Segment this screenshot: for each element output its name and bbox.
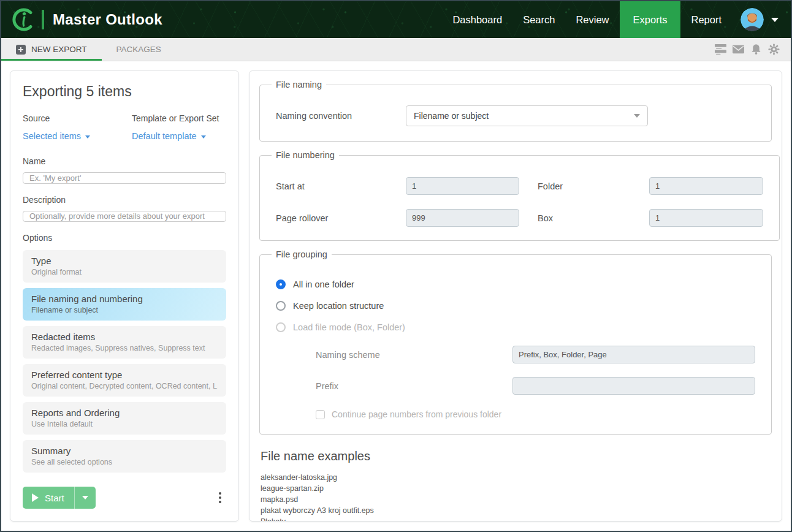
options-label: Options (23, 233, 226, 243)
option-file-naming[interactable]: File naming and numbering Filename or su… (23, 288, 226, 321)
start-at-label: Start at (276, 181, 406, 191)
plus-icon (16, 45, 26, 55)
nav-review[interactable]: Review (565, 1, 619, 38)
template-dropdown[interactable]: Default template (132, 131, 206, 141)
radio-icon (276, 322, 286, 332)
file-grouping-legend: File grouping (272, 249, 332, 259)
file-naming-fieldset: File naming Naming convention Filename o… (259, 80, 772, 142)
more-options-button[interactable] (214, 490, 226, 506)
naming-scheme-label: Naming scheme (316, 350, 512, 360)
radio-load-file-mode: Load file mode (Box, Folder) (276, 322, 755, 332)
mail-icon[interactable] (733, 44, 744, 55)
description-input[interactable] (23, 211, 226, 222)
example-file: plakat wyborczy A3 kroj outfit.eps (259, 505, 772, 516)
name-label: Name (23, 156, 226, 166)
example-file: Plakaty (259, 516, 772, 522)
start-button[interactable]: Start (23, 487, 96, 509)
prefix-input[interactable] (512, 377, 755, 395)
file-grouping-fieldset: File grouping All in one folder Keep loc… (259, 249, 772, 435)
app-title: Master Outlook (53, 11, 162, 28)
nav-report[interactable]: Report (680, 1, 732, 38)
nav-dashboard[interactable]: Dashboard (442, 1, 512, 38)
option-type[interactable]: Type Original format (23, 250, 226, 283)
page-rollover-input[interactable] (406, 209, 519, 227)
nav-search[interactable]: Search (512, 1, 565, 38)
page-title: Exporting 5 items (23, 83, 226, 100)
tab-new-export[interactable]: NEW EXPORT (1, 38, 102, 61)
app-header: Master Outlook Dashboard Search Review E… (1, 1, 791, 38)
naming-convention-select[interactable]: Filename or subject (406, 105, 648, 126)
queue-icon[interactable] (715, 44, 726, 55)
continue-page-numbers-checkbox-row: Continue page numbers from previous fold… (316, 409, 755, 419)
export-summary-panel: Exporting 5 items Source Selected items … (10, 70, 239, 522)
source-dropdown[interactable]: Selected items (23, 131, 90, 141)
tabbar-icons (715, 38, 791, 61)
user-menu[interactable] (732, 8, 791, 31)
nav-exports[interactable]: Exports (620, 1, 681, 38)
tab-bar: NEW EXPORT PACKAGES (1, 38, 791, 61)
avatar[interactable] (741, 8, 764, 31)
user-menu-caret-icon (771, 18, 779, 22)
source-label: Source (23, 113, 132, 123)
example-file: aleksander-latoska.jpg (259, 472, 772, 483)
naming-convention-label: Naming convention (276, 111, 406, 121)
chevron-down-icon (82, 496, 88, 500)
chevron-down-icon (85, 135, 90, 139)
page-rollover-label: Page rollover (276, 213, 406, 223)
description-label: Description (23, 195, 226, 205)
radio-all-in-one-folder[interactable]: All in one folder (276, 279, 755, 289)
folder-input[interactable] (649, 177, 763, 195)
example-file: mapka.psd (259, 494, 772, 505)
box-input[interactable] (649, 209, 763, 227)
chevron-down-icon (201, 135, 206, 139)
checkbox-icon (316, 410, 325, 419)
file-name-examples-list: aleksander-latoska.jpg league-spartan.zi… (259, 472, 772, 522)
radio-icon (276, 301, 286, 311)
file-name-examples-title: File name examples (259, 449, 772, 463)
content-area: Exporting 5 items Source Selected items … (1, 61, 791, 531)
folder-label: Folder (519, 181, 649, 191)
file-naming-panel: File naming Naming convention Filename o… (249, 70, 782, 522)
tab-new-export-label: NEW EXPORT (31, 45, 87, 54)
radio-keep-location-structure[interactable]: Keep location structure (276, 301, 755, 311)
file-numbering-fieldset: File numbering Start at Folder Page roll… (259, 150, 780, 241)
box-label: Box (519, 213, 649, 223)
chevron-down-icon (634, 114, 640, 118)
naming-scheme-input[interactable] (512, 346, 755, 363)
template-label: Template or Export Set (132, 113, 219, 123)
option-redacted-items[interactable]: Redacted items Redacted images, Suppress… (23, 326, 226, 359)
start-at-input[interactable] (406, 177, 519, 195)
app-logo-icon (10, 6, 37, 33)
logo-divider (42, 10, 44, 29)
radio-icon (276, 279, 286, 289)
bell-icon[interactable] (750, 44, 762, 55)
options-list: Type Original format File naming and num… (23, 250, 226, 478)
play-icon (32, 493, 39, 502)
tab-packages[interactable]: PACKAGES (102, 38, 176, 61)
main-nav: Dashboard Search Review Exports Report (442, 1, 732, 38)
file-numbering-legend: File numbering (272, 150, 339, 160)
file-naming-legend: File naming (272, 80, 326, 89)
example-file: league-spartan.zip (259, 483, 772, 494)
start-options-caret[interactable] (75, 496, 96, 500)
option-summary[interactable]: Summary See all selected options (23, 440, 226, 473)
option-preferred-content[interactable]: Preferred content type Original content,… (23, 364, 226, 397)
prefix-label: Prefix (316, 381, 512, 391)
name-input[interactable] (23, 172, 226, 184)
option-reports-ordering[interactable]: Reports and Ordering Use Intella default (23, 402, 226, 435)
app-window: Master Outlook Dashboard Search Review E… (0, 0, 792, 532)
gear-icon[interactable] (768, 44, 780, 55)
tab-packages-label: PACKAGES (116, 45, 161, 54)
